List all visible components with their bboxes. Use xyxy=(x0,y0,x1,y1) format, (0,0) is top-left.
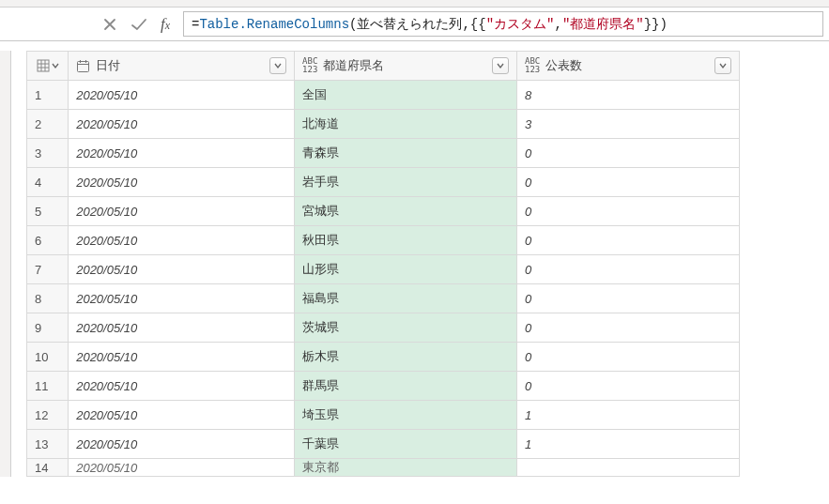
cell-date[interactable]: 2020/05/10 xyxy=(69,343,295,372)
cell-date[interactable]: 2020/05/10 xyxy=(69,81,295,110)
cell-count[interactable]: 8 xyxy=(517,81,740,110)
cell-count[interactable]: 1 xyxy=(517,430,740,459)
table-row[interactable]: 12020/05/10全国8 xyxy=(27,81,740,110)
cell-date[interactable]: 2020/05/10 xyxy=(69,139,295,168)
cell-count[interactable]: 1 xyxy=(517,401,740,430)
row-number[interactable]: 4 xyxy=(27,168,69,197)
row-number[interactable]: 8 xyxy=(27,284,69,313)
filter-button-count[interactable] xyxy=(714,57,731,74)
row-number[interactable]: 5 xyxy=(27,197,69,226)
filter-button-prefecture[interactable] xyxy=(492,57,509,74)
cell-count[interactable]: 0 xyxy=(517,226,740,255)
cell-date[interactable]: 2020/05/10 xyxy=(69,459,295,477)
cell-count[interactable]: 0 xyxy=(517,168,740,197)
row-number[interactable]: 12 xyxy=(27,401,69,430)
cell-prefecture[interactable]: 茨城県 xyxy=(295,313,517,343)
table-icon xyxy=(37,59,50,72)
table-row[interactable]: 122020/05/10埼玉県1 xyxy=(27,401,740,430)
formula-bar: fx = Table.RenameColumns (並べ替えられた列,{{ "カ… xyxy=(0,8,829,41)
row-number[interactable]: 7 xyxy=(27,255,69,284)
row-number[interactable]: 14 xyxy=(27,459,69,477)
table-row[interactable]: 42020/05/10岩手県0 xyxy=(27,168,740,197)
table-row[interactable]: 52020/05/10宮城県0 xyxy=(27,197,740,226)
cell-prefecture[interactable]: 福島県 xyxy=(295,284,517,313)
cell-date[interactable]: 2020/05/10 xyxy=(69,255,295,284)
cell-prefecture[interactable]: 東京都 xyxy=(295,459,517,477)
cell-count[interactable]: 0 xyxy=(517,313,740,343)
cell-date[interactable]: 2020/05/10 xyxy=(69,372,295,401)
formula-fn: Table.RenameColumns xyxy=(199,17,349,32)
row-number[interactable]: 2 xyxy=(27,110,69,139)
table-row[interactable]: 142020/05/10東京都 xyxy=(27,459,740,477)
column-label-prefecture: 都道府県名 xyxy=(323,57,384,74)
cell-count[interactable]: 0 xyxy=(517,284,740,313)
cell-count[interactable]: 3 xyxy=(517,110,740,139)
filter-button-date[interactable] xyxy=(269,57,286,74)
formula-bar-controls: fx xyxy=(0,8,183,40)
cell-prefecture[interactable]: 宮城県 xyxy=(295,197,517,226)
cell-prefecture[interactable]: 北海道 xyxy=(295,110,517,139)
confirm-icon[interactable] xyxy=(130,17,147,32)
header-row: 日付 ABC 123 都道府県名 xyxy=(27,52,740,81)
formula-open: (並べ替えられた列,{{ xyxy=(349,16,486,33)
column-header-date[interactable]: 日付 xyxy=(69,52,295,81)
cell-count[interactable]: 0 xyxy=(517,255,740,284)
cell-date[interactable]: 2020/05/10 xyxy=(69,226,295,255)
cell-prefecture[interactable]: 秋田県 xyxy=(295,226,517,255)
cell-count[interactable] xyxy=(517,459,740,477)
data-table: 日付 ABC 123 都道府県名 xyxy=(26,51,740,477)
table-body: 12020/05/10全国822020/05/10北海道332020/05/10… xyxy=(27,81,740,477)
cell-date[interactable]: 2020/05/10 xyxy=(69,401,295,430)
column-header-prefecture[interactable]: ABC 123 都道府県名 xyxy=(295,52,517,81)
cell-prefecture[interactable]: 全国 xyxy=(295,81,517,110)
formula-str2: "都道府県名" xyxy=(562,16,644,33)
cell-count[interactable]: 0 xyxy=(517,343,740,372)
table-row[interactable]: 22020/05/10北海道3 xyxy=(27,110,740,139)
cell-prefecture[interactable]: 千葉県 xyxy=(295,430,517,459)
cell-date[interactable]: 2020/05/10 xyxy=(69,110,295,139)
table-row[interactable]: 72020/05/10山形県0 xyxy=(27,255,740,284)
cancel-icon[interactable] xyxy=(102,17,117,32)
chevron-down-icon xyxy=(719,62,727,69)
row-number[interactable]: 13 xyxy=(27,430,69,459)
left-gutter xyxy=(0,51,11,477)
row-number[interactable]: 3 xyxy=(27,139,69,168)
cell-prefecture[interactable]: 埼玉県 xyxy=(295,401,517,430)
formula-str1: "カスタム" xyxy=(486,16,555,33)
table-row[interactable]: 32020/05/10青森県0 xyxy=(27,139,740,168)
formula-input[interactable]: = Table.RenameColumns (並べ替えられた列,{{ "カスタム… xyxy=(183,11,823,37)
select-all-corner[interactable] xyxy=(27,52,69,81)
row-number[interactable]: 10 xyxy=(27,343,69,372)
table-row[interactable]: 62020/05/10秋田県0 xyxy=(27,226,740,255)
column-header-count[interactable]: ABC 123 公表数 xyxy=(517,52,740,81)
row-number[interactable]: 9 xyxy=(27,313,69,343)
cell-prefecture[interactable]: 岩手県 xyxy=(295,168,517,197)
cell-prefecture[interactable]: 青森県 xyxy=(295,139,517,168)
cell-count[interactable]: 0 xyxy=(517,139,740,168)
table-row[interactable]: 132020/05/10千葉県1 xyxy=(27,430,740,459)
formula-eq: = xyxy=(192,17,199,32)
row-number[interactable]: 11 xyxy=(27,372,69,401)
table-row[interactable]: 112020/05/10群馬県0 xyxy=(27,372,740,401)
cell-prefecture[interactable]: 群馬県 xyxy=(295,372,517,401)
cell-date[interactable]: 2020/05/10 xyxy=(69,197,295,226)
table-row[interactable]: 102020/05/10栃木県0 xyxy=(27,343,740,372)
table-row[interactable]: 82020/05/10福島県0 xyxy=(27,284,740,313)
cell-date[interactable]: 2020/05/10 xyxy=(69,313,295,343)
row-number[interactable]: 1 xyxy=(27,81,69,110)
table-row[interactable]: 92020/05/10茨城県0 xyxy=(27,313,740,343)
column-label-date: 日付 xyxy=(96,57,120,74)
cell-count[interactable]: 0 xyxy=(517,197,740,226)
cell-date[interactable]: 2020/05/10 xyxy=(69,168,295,197)
cell-prefecture[interactable]: 山形県 xyxy=(295,255,517,284)
cell-count[interactable]: 0 xyxy=(517,372,740,401)
data-grid-area: 日付 ABC 123 都道府県名 xyxy=(0,51,829,477)
row-number[interactable]: 6 xyxy=(27,226,69,255)
formula-comma: , xyxy=(554,17,561,32)
cell-prefecture[interactable]: 栃木県 xyxy=(295,343,517,372)
calendar-icon xyxy=(76,59,90,73)
fx-icon[interactable]: fx xyxy=(161,15,170,34)
cell-date[interactable]: 2020/05/10 xyxy=(69,430,295,459)
cell-date[interactable]: 2020/05/10 xyxy=(69,284,295,313)
formula-close: }}) xyxy=(644,17,668,32)
